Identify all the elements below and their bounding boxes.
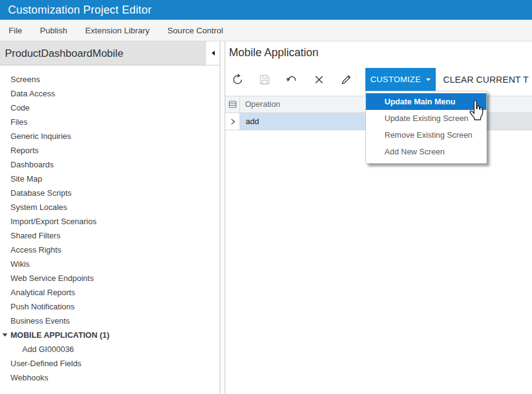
menu-item-remove-existing-screen[interactable]: Remove Existing Screen (366, 127, 486, 143)
undo-icon (285, 73, 299, 86)
chevron-right-icon (228, 117, 237, 126)
sidebar-item-system-locales[interactable]: System Locales (0, 200, 220, 214)
main-panel: Mobile Application (225, 41, 532, 394)
sidebar-item-label: Analytical Reports (10, 288, 75, 297)
refresh-icon (231, 73, 244, 86)
sidebar-item-database-scripts[interactable]: Database Scripts (0, 186, 220, 200)
sidebar-item-label: Shared Filters (10, 231, 60, 240)
panel-scrollbar[interactable] (220, 41, 225, 394)
edit-button[interactable] (339, 72, 354, 87)
toolbar: CUSTOMIZE CLEAR CURRENT T (225, 68, 532, 91)
pencil-icon (339, 73, 353, 86)
sidebar-item-screens[interactable]: Screens (0, 72, 220, 86)
sidebar-list: ScreensData AccessCodeFilesGeneric Inqui… (0, 72, 220, 394)
sidebar-item-data-access[interactable]: Data Access (0, 86, 220, 101)
sidebar-panel: ProductDashboardMobile ScreensData Acces… (0, 41, 220, 394)
menu-item-publish[interactable]: Publish (40, 26, 67, 35)
undo-button[interactable] (285, 72, 299, 87)
sidebar-item-label: Files (10, 117, 27, 127)
sidebar-item-site-map[interactable]: Site Map (0, 172, 220, 186)
sidebar-item-label: Generic Inquiries (10, 132, 71, 141)
sidebar-item-dashboards[interactable]: Dashboards (0, 157, 220, 172)
sidebar-item-business-events[interactable]: Business Events (0, 314, 220, 328)
sidebar-item-label: System Locales (10, 203, 67, 212)
sidebar-item-label: Screens (10, 75, 40, 84)
sidebar-item-import-export-scenarios[interactable]: Import/Export Scenarios (0, 214, 220, 228)
sidebar-item-label: Add GI000036 (22, 345, 74, 354)
page-title: Mobile Application (229, 46, 318, 59)
customize-button-label: CUSTOMIZE (370, 75, 421, 84)
column-header-operation[interactable]: Operation (240, 96, 280, 112)
sidebar-item-add-gi000036[interactable]: Add GI000036 (0, 342, 220, 356)
sidebar-item-label: User-Defined Fields (10, 359, 81, 368)
customize-button[interactable]: CUSTOMIZE (365, 68, 436, 91)
menu-item-source-control[interactable]: Source Control (167, 26, 223, 35)
sidebar-item-label: Business Events (10, 316, 70, 325)
app-title: Customization Project Editor (8, 4, 152, 17)
sidebar-item-push-notifications[interactable]: Push Notifications (0, 300, 220, 314)
sidebar-item-label: MOBILE APPLICATION (1) (10, 330, 109, 340)
sidebar-item-label: Web Service Endpoints (10, 274, 94, 283)
sidebar-item-label: Webhooks (10, 373, 48, 382)
sidebar-item-mobile-application-1[interactable]: MOBILE APPLICATION (1) (0, 328, 220, 342)
sidebar-item-label: Reports (10, 146, 39, 155)
sidebar-item-label: Access Rights (10, 245, 61, 254)
sidebar-item-label: Database Scripts (10, 188, 72, 198)
mouse-cursor-pointer (468, 100, 484, 121)
menu-bar: File Publish Extension Library Source Co… (0, 20, 532, 41)
customization-project-editor-window: Customization Project Editor File Publis… (0, 0, 532, 394)
sidebar-item-label: Import/Export Scenarios (10, 217, 96, 226)
menu-item-extension-library[interactable]: Extension Library (85, 26, 149, 35)
sidebar-item-reports[interactable]: Reports (0, 143, 220, 157)
sidebar-item-label: Site Map (10, 174, 42, 183)
sidebar-item-label: Push Notifications (10, 302, 75, 311)
save-icon (258, 73, 272, 86)
close-icon (312, 73, 326, 86)
sidebar-item-wikis[interactable]: Wikis (0, 257, 220, 271)
sidebar-item-user-defined-fields[interactable]: User-Defined Fields (0, 356, 220, 371)
sidebar-item-files[interactable]: Files (0, 115, 220, 129)
cancel-button[interactable] (312, 72, 326, 87)
menu-item-add-new-screen[interactable]: Add New Screen (366, 143, 486, 160)
app-header: Customization Project Editor (0, 0, 532, 20)
save-button[interactable] (257, 72, 272, 87)
sidebar-item-code[interactable]: Code (0, 101, 220, 115)
sidebar-item-label: Data Access (10, 89, 55, 98)
grid-settings-cell[interactable] (225, 96, 240, 112)
sidebar-item-webhooks[interactable]: Webhooks (0, 371, 220, 385)
sidebar-item-generic-inquiries[interactable]: Generic Inquiries (0, 129, 220, 143)
sidebar-item-label: Wikis (10, 259, 30, 269)
sidebar-item-shared-filters[interactable]: Shared Filters (0, 228, 220, 243)
clear-current-button[interactable]: CLEAR CURRENT T (443, 75, 529, 85)
sidebar-item-analytical-reports[interactable]: Analytical Reports (0, 285, 220, 300)
left-triangle-icon (212, 51, 215, 56)
sidebar-item-label: Code (10, 103, 30, 112)
chevron-down-icon (426, 78, 431, 81)
sidebar-header: ProductDashboardMobile (0, 41, 220, 65)
sidebar-item-web-service-endpoints[interactable]: Web Service Endpoints (0, 271, 220, 285)
sidebar-item-label: Dashboards (10, 160, 54, 169)
menu-item-file[interactable]: File (9, 26, 22, 35)
refresh-button[interactable] (230, 72, 245, 87)
sidebar-item-access-rights[interactable]: Access Rights (0, 243, 220, 257)
row-expander[interactable] (225, 113, 240, 130)
project-name: ProductDashboardMobile (5, 41, 123, 65)
grid-settings-icon (228, 100, 237, 109)
collapse-sidebar-button[interactable] (206, 41, 220, 65)
expand-caret-icon[interactable] (2, 333, 7, 337)
